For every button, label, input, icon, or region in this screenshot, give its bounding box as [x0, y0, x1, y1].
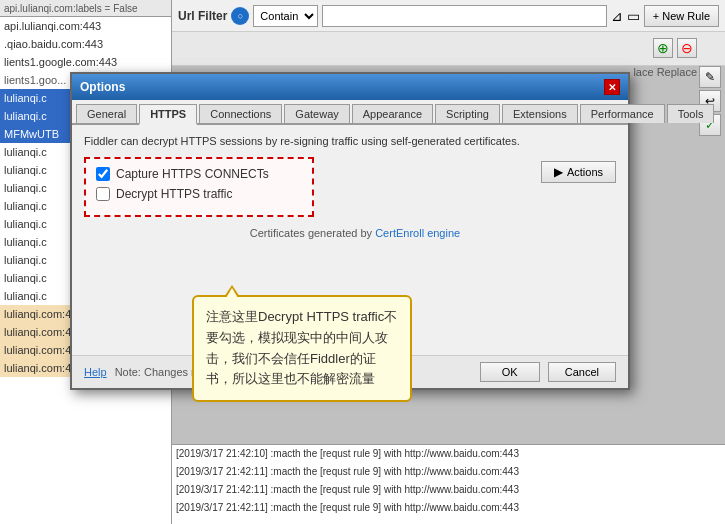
log-item: [2019/3/17 21:42:11] :macth the [requst …: [172, 499, 725, 517]
list-item[interactable]: lients1.google.com:443: [0, 53, 171, 71]
minus-btn[interactable]: ⊖: [677, 38, 697, 58]
dialog-titlebar: Options ✕: [72, 74, 628, 100]
tab-scripting[interactable]: Scripting: [435, 104, 500, 123]
capture-https-row: Capture HTTPS CONNECTs: [96, 167, 302, 181]
cert-engine-row: Certificates generated by CertEnroll eng…: [94, 227, 616, 239]
filter-type-dropdown[interactable]: Contain Exact Regex: [253, 5, 318, 27]
dialog-title: Options: [80, 80, 125, 94]
tab-connections[interactable]: Connections: [199, 104, 282, 123]
tab-https[interactable]: HTTPS: [139, 104, 197, 125]
tab-appearance[interactable]: Appearance: [352, 104, 433, 123]
right-scroll-btns: ✎ ↩ ✓: [699, 66, 721, 136]
ok-button[interactable]: OK: [480, 362, 540, 382]
cert-section: Capture HTTPS CONNECTs Decrypt HTTPS tra…: [84, 157, 314, 217]
filter-extra-icon: ▭: [627, 8, 640, 24]
actions-icon: ▶: [554, 165, 563, 179]
tab-performance[interactable]: Performance: [580, 104, 665, 123]
tab-tools[interactable]: Tools: [667, 104, 715, 123]
log-area: [2019/3/17 21:42:10] :macth the [requst …: [172, 444, 725, 524]
url-filter-bar: Url Filter ○ Contain Exact Regex ⊿ ▭ + N…: [172, 0, 725, 32]
log-item: [2019/3/17 21:42:11] :macth the [requst …: [172, 463, 725, 481]
list-item[interactable]: api.lulianqi.com:443: [0, 17, 171, 35]
decrypt-https-checkbox[interactable]: [96, 187, 110, 201]
filter-contain-icon: ○: [231, 7, 249, 25]
help-link[interactable]: Help: [84, 366, 107, 378]
tab-general[interactable]: General: [76, 104, 137, 123]
log-item: [2019/3/17 21:42:11] :macth the [requst …: [172, 481, 725, 499]
session-list-header: api.lulianqi.com:labels = False: [0, 0, 171, 17]
actions-button[interactable]: ▶ Actions: [541, 161, 616, 183]
decrypt-https-label: Decrypt HTTPS traffic: [116, 187, 232, 201]
list-item[interactable]: .qiao.baidu.com:443: [0, 35, 171, 53]
tab-gateway[interactable]: Gateway: [284, 104, 349, 123]
dialog-close-button[interactable]: ✕: [604, 79, 620, 95]
log-item: [2019/3/17 21:42:10] :macth the [requst …: [172, 445, 725, 463]
capture-https-checkbox[interactable]: [96, 167, 110, 181]
funnel-icon: ⊿: [611, 8, 623, 24]
cert-engine-link[interactable]: CertEnroll engine: [375, 227, 460, 239]
https-tab-content: Fiddler can decrypt HTTPS sessions by re…: [72, 125, 628, 355]
tab-extensions[interactable]: Extensions: [502, 104, 578, 123]
cert-engine-label: Certificates generated by: [250, 227, 375, 239]
annotation-text: 注意这里Decrypt HTTPS traffic不要勾选，模拟现实中的中间人攻…: [206, 309, 397, 386]
toolbar-strip: ⊕ ⊖: [172, 32, 725, 66]
filter-input[interactable]: [322, 5, 606, 27]
plus-btn[interactable]: ⊕: [653, 38, 673, 58]
actions-label: Actions: [567, 166, 603, 178]
options-dialog: Options ✕ General HTTPS Connections Gate…: [70, 72, 630, 390]
dialog-tab-bar: General HTTPS Connections Gateway Appear…: [72, 100, 628, 125]
replace-label: lace Replace: [633, 66, 697, 78]
new-rule-button[interactable]: + New Rule: [644, 5, 719, 27]
https-info-text: Fiddler can decrypt HTTPS sessions by re…: [84, 135, 616, 147]
capture-https-label: Capture HTTPS CONNECTs: [116, 167, 269, 181]
decrypt-https-row: Decrypt HTTPS traffic: [96, 187, 302, 201]
scroll-up-btn[interactable]: ✎: [699, 66, 721, 88]
url-filter-label: Url Filter: [178, 9, 227, 23]
annotation-bubble: 注意这里Decrypt HTTPS traffic不要勾选，模拟现实中的中间人攻…: [192, 295, 412, 402]
cancel-button[interactable]: Cancel: [548, 362, 616, 382]
session-header-text: api.lulianqi.com:labels = False: [4, 3, 138, 14]
